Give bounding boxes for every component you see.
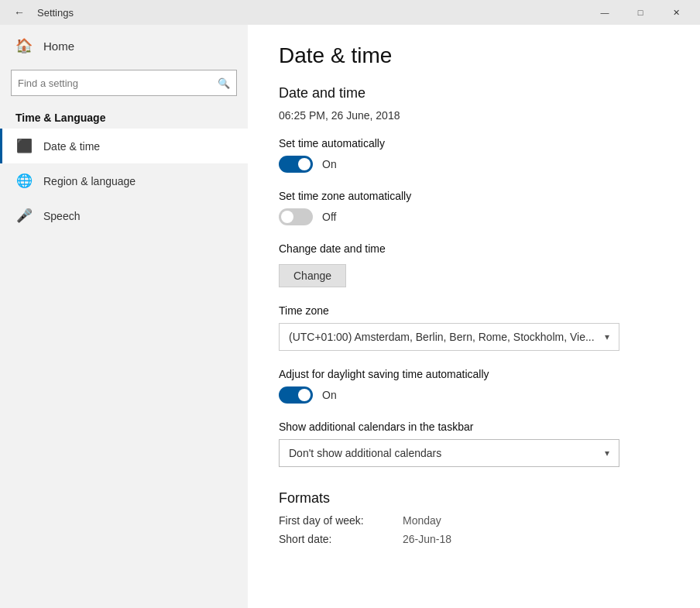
daylight-thumb [298,389,311,401]
app-title: Settings [37,7,74,19]
change-datetime-block: Change date and time Change [279,242,669,287]
timezone-value: (UTC+01:00) Amsterdam, Berlin, Bern, Rom… [289,331,595,343]
additional-calendars-arrow: ▾ [605,448,609,459]
sidebar-item-speech[interactable]: 🎤 Speech [0,198,248,233]
set-time-auto-toggle[interactable] [279,156,313,173]
timezone-dropdown-arrow: ▾ [605,331,609,342]
sidebar-item-date-time[interactable]: ⬛ Date & time [0,129,248,163]
short-date-label: Short date: [279,533,403,545]
short-date-row: Short date: 26-Jun-18 [279,533,669,545]
speech-icon: 🎤 [15,208,33,224]
maximize-button[interactable]: □ [623,0,658,25]
timezone-block: Time zone (UTC+01:00) Amsterdam, Berlin,… [279,304,669,351]
daylight-toggle-row: On [279,386,669,404]
daylight-state: On [322,389,337,401]
timezone-label: Time zone [279,304,669,317]
additional-calendars-dropdown[interactable]: Don't show additional calendars ▾ [279,439,619,467]
content-area: 🏠 Home 🔍 Time & Language ⬛ Date & time 🌐… [0,25,700,608]
set-time-auto-label: Set time automatically [279,137,669,149]
title-bar-left: ← Settings [9,5,74,20]
set-timezone-auto-toggle-row: Off [279,208,669,225]
title-bar: ← Settings — □ ✕ [0,0,700,25]
sidebar-item-speech-label: Speech [43,210,80,222]
formats-title: Formats [279,490,669,507]
app-wrapper: ← Settings — □ ✕ 🏠 Home 🔍 Time & Languag… [0,0,700,608]
daylight-block: Adjust for daylight saving time automati… [279,368,669,404]
sidebar-search[interactable]: 🔍 [11,70,237,96]
set-timezone-auto-label: Set time zone automatically [279,190,669,202]
home-icon: 🏠 [15,37,33,54]
section-date-time: Date and time [279,85,669,101]
date-time-icon: ⬛ [15,138,33,154]
set-timezone-auto-toggle[interactable] [279,208,313,225]
minimize-button[interactable]: — [587,0,623,25]
formats-section: Formats First day of week: Monday Short … [279,490,669,545]
set-time-auto-thumb [298,158,311,170]
additional-calendars-label: Show additional calendars in the taskbar [279,421,669,433]
short-date-value: 26-Jun-18 [403,533,451,545]
sidebar-item-region-language[interactable]: 🌐 Region & language [0,163,248,198]
close-button[interactable]: ✕ [658,0,694,25]
daylight-label: Adjust for daylight saving time automati… [279,368,669,380]
current-datetime: 06:25 PM, 26 June, 2018 [279,109,669,122]
set-time-auto-toggle-row: On [279,156,669,173]
search-input[interactable] [12,77,211,89]
home-label: Home [43,40,74,53]
first-day-row: First day of week: Monday [279,514,669,527]
change-datetime-label: Change date and time [279,242,669,255]
main-content: Date & time Date and time 06:25 PM, 26 J… [248,25,700,608]
title-bar-controls: — □ ✕ [587,0,694,25]
sidebar-item-home[interactable]: 🏠 Home [0,25,248,67]
sidebar-item-region-label: Region & language [43,175,136,187]
additional-calendars-block: Show additional calendars in the taskbar… [279,421,669,467]
first-day-value: Monday [403,514,441,527]
first-day-label: First day of week: [279,514,403,527]
set-timezone-auto-thumb [281,211,293,223]
back-button[interactable]: ← [9,5,29,20]
daylight-toggle[interactable] [279,386,313,404]
change-button[interactable]: Change [279,264,346,287]
sidebar-section-title: Time & Language [0,105,248,129]
region-icon: 🌐 [15,173,33,189]
search-icon: 🔍 [211,77,236,89]
set-time-auto-block: Set time automatically On [279,137,669,173]
sidebar-item-date-time-label: Date & time [43,140,100,153]
timezone-dropdown[interactable]: (UTC+01:00) Amsterdam, Berlin, Bern, Rom… [279,323,619,351]
set-timezone-auto-state: Off [322,211,336,223]
page-title: Date & time [279,43,669,68]
set-time-auto-state: On [322,158,337,170]
set-timezone-auto-block: Set time zone automatically Off [279,190,669,225]
additional-calendars-value: Don't show additional calendars [289,447,441,459]
sidebar: 🏠 Home 🔍 Time & Language ⬛ Date & time 🌐… [0,25,248,608]
